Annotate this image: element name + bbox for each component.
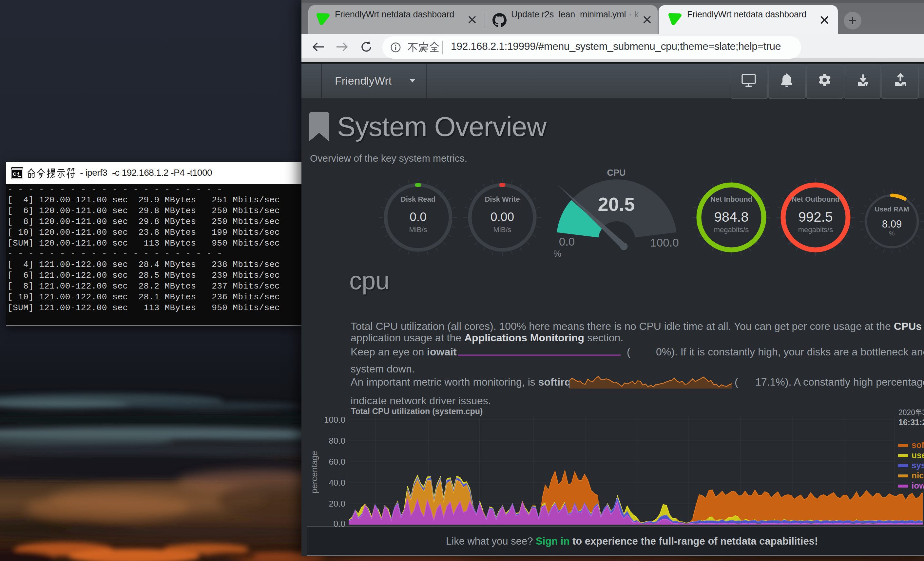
svg-text:20.0: 20.0 xyxy=(328,499,345,508)
svg-text:C:\: C:\ xyxy=(13,171,20,177)
svg-text:984.8: 984.8 xyxy=(714,209,748,225)
svg-text:40.0: 40.0 xyxy=(328,478,345,487)
svg-text:MiB/s: MiB/s xyxy=(494,226,512,234)
svg-text:992.5: 992.5 xyxy=(798,209,832,225)
svg-text:MiB/s: MiB/s xyxy=(409,226,427,234)
svg-text:Disk Read: Disk Read xyxy=(401,195,435,203)
svg-text:Net Inbound: Net Inbound xyxy=(710,195,752,203)
svg-text:Disk Write: Disk Write xyxy=(484,195,520,203)
svg-text:%: % xyxy=(889,230,895,237)
svg-text:100.0: 100.0 xyxy=(324,415,345,425)
svg-text:0.00: 0.00 xyxy=(490,210,514,224)
svg-text:100.0: 100.0 xyxy=(650,236,679,249)
svg-text:80.0: 80.0 xyxy=(328,436,345,445)
svg-text:0.0: 0.0 xyxy=(559,235,575,248)
svg-text:20.5: 20.5 xyxy=(598,194,635,215)
svg-text:CPU: CPU xyxy=(607,168,626,178)
svg-text:%: % xyxy=(554,249,561,259)
svg-text:Used RAM: Used RAM xyxy=(874,205,909,213)
svg-text:megabits/s: megabits/s xyxy=(798,226,833,234)
svg-text:percentage: percentage xyxy=(309,451,319,493)
svg-text:8.09: 8.09 xyxy=(882,218,902,230)
svg-text:megabits/s: megabits/s xyxy=(714,226,749,234)
svg-text:0.0: 0.0 xyxy=(410,210,426,224)
svg-text:Net Outbound: Net Outbound xyxy=(792,195,840,203)
svg-text:60.0: 60.0 xyxy=(328,457,345,466)
